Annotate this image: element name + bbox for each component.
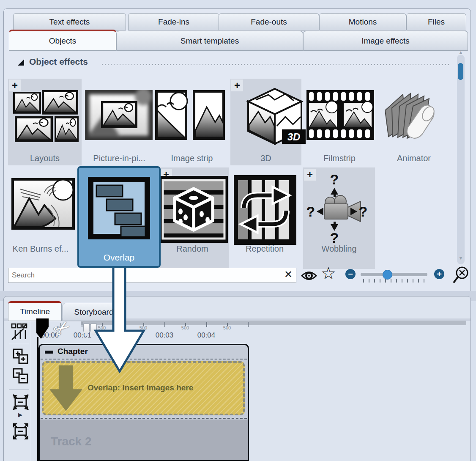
effect-label: Animator [378,152,450,165]
favorites-star-icon[interactable]: ☆ [321,263,336,283]
timeline-panel: Timeline Storyboard [3,296,471,461]
zoom-reset-magnifier-icon[interactable] [453,266,470,285]
tab-fade-outs[interactable]: Fade-outs [219,13,319,30]
tab-timeline[interactable]: Timeline [8,301,62,321]
toolbar-divider [9,390,29,390]
section-divider [102,64,449,65]
ken-burns-effect-icon[interactable] [11,178,75,230]
shrink-tracks-icon[interactable] [11,393,30,412]
tab-smart-templates[interactable]: Smart templates [116,31,303,51]
track-display-options-icon[interactable] [11,323,28,340]
section-title: Object effects [29,57,88,67]
playhead-line [37,337,38,461]
search-box: ✕ [8,268,296,283]
scroll-down-icon[interactable]: ▼ [457,255,465,261]
effect-label: Image strip [155,152,229,165]
wobbling-effect-icon[interactable]: ? ? ? ? [304,172,369,244]
tab-files[interactable]: Files [406,13,466,30]
toolbar-divider [9,344,29,344]
tab-objects[interactable]: Objects [9,30,116,51]
drop-zone-label: Overlap: Insert images here [88,383,193,392]
animator-effect-icon[interactable] [381,89,444,143]
tab-image-effects[interactable]: Image effects [303,31,468,51]
overlap-effect-tile-selected[interactable]: Overlap [77,166,161,268]
drag-direction-arrow [89,261,150,374]
ruler-time-label: 00:03 [150,331,179,340]
tab-fade-ins[interactable]: Fade-ins [128,13,219,30]
chapter-title: Chapter [57,347,88,356]
app-window: Text effects Fade-ins Fade-outs Motions … [0,0,476,461]
plus-badge-3d: + [231,80,243,91]
effect-label: Repetition [227,242,302,255]
effect-label: 3D [230,152,301,165]
effects-scrollbar-thumb[interactable] [458,63,463,80]
zoom-in-button[interactable]: + [434,269,444,279]
picture-in-picture-effect-icon[interactable] [85,90,153,140]
collapse-section-icon[interactable] [17,59,25,66]
expand-all-tracks-icon[interactable] [12,348,29,366]
tab-motions[interactable]: Motions [319,13,406,30]
overlap-effect-icon [88,177,150,239]
effect-label: Ken Burns ef... [5,242,77,255]
enlarge-tracks-icon[interactable] [11,422,30,441]
3d-effect-icon[interactable]: 3D [243,87,306,147]
scroll-up-icon[interactable]: ▲ [457,49,465,55]
chapter-collapse-minus-icon[interactable] [45,351,53,354]
zoom-out-button[interactable]: − [345,269,356,279]
effect-label: Layouts [8,152,82,165]
effect-label-selected: Overlap [79,252,159,263]
effect-label: Wobbling [303,242,375,255]
effect-label: Random [156,242,229,255]
track-2[interactable]: Track 2 [40,420,248,461]
layouts-effect-icon[interactable] [12,89,79,143]
ruler-half-second-label: 500 [177,325,194,330]
svg-text:3D: 3D [287,131,301,143]
effects-scrollbar-track[interactable] [457,55,465,264]
slider-tick-marks [363,279,427,283]
repetition-effect-icon[interactable] [234,175,296,245]
tab-text-effects[interactable]: Text effects [13,13,126,30]
track-2-label: Track 2 [51,435,92,448]
effect-label: Picture-in-pi... [83,152,155,165]
thumbnail-size-slider-thumb[interactable] [383,270,392,280]
effect-label: Filmstrip [303,152,376,165]
visibility-eye-icon[interactable] [301,269,317,282]
drop-arrow-down-icon [49,365,82,411]
svg-text:?: ? [306,203,315,220]
image-strip-effect-icon[interactable] [155,90,225,140]
filmstrip-effect-icon[interactable] [306,90,374,140]
ruler-time-label: 00:04 [191,331,221,340]
random-effect-icon[interactable] [159,176,228,243]
svg-text:?: ? [330,172,339,187]
ruler-half-second-label: 500 [219,325,235,330]
thumbnail-size-slider-track[interactable] [361,273,427,276]
effects-panel: Text effects Fade-ins Fade-outs Motions … [3,8,471,294]
collapse-all-tracks-icon[interactable] [12,368,29,385]
clear-search-icon[interactable]: ✕ [284,269,293,280]
svg-text:?: ? [359,203,368,220]
toolbar-flyout-triangle-icon[interactable]: ▶ [18,412,22,418]
